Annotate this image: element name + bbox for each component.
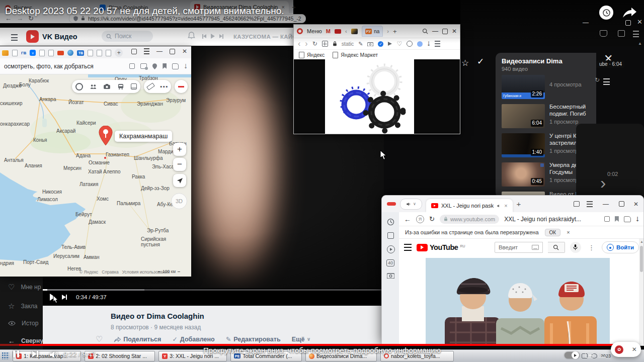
vk-next-button[interactable] — [62, 295, 67, 300]
opera-close-icon[interactable]: ✕ — [452, 28, 457, 34]
opera-menu-label[interactable]: Меню — [307, 28, 322, 34]
speed-dial-icon[interactable] — [322, 41, 328, 47]
tv-favicon[interactable]: ТВ — [77, 50, 84, 56]
opera-logo-icon[interactable] — [297, 28, 303, 34]
player-next-button[interactable] — [32, 351, 38, 357]
yabro-maximize-icon[interactable] — [619, 201, 624, 207]
edit-page-icon[interactable]: ✎ — [358, 41, 363, 47]
vk-search-input[interactable]: Поиск — [102, 31, 153, 42]
next-chevron-icon[interactable]: › — [600, 173, 606, 193]
maximize-icon[interactable] — [170, 49, 175, 54]
screenshot-icon[interactable] — [387, 273, 394, 279]
play-track-icon[interactable] — [211, 34, 215, 39]
extension-badge-icon[interactable]: ✿ — [615, 345, 623, 354]
extension-popup-card[interactable]: ✿ ✕ — [611, 342, 641, 357]
minimize-icon[interactable]: — — [156, 48, 163, 54]
theater-mode-icon[interactable] — [598, 352, 606, 357]
picture-favicon[interactable] — [2, 50, 9, 56]
maps-address-title[interactable]: осмотреть, фото, как добраться — [4, 63, 129, 70]
opera-search-icon[interactable] — [422, 28, 428, 34]
playlist-item[interactable]: Губанская и 2:26 4 просмотра — [502, 74, 592, 100]
like-icon[interactable]: ♡ — [96, 334, 103, 344]
shield-check-icon[interactable]: ✓ — [378, 41, 383, 47]
reload-mini-icon[interactable]: ↻ — [595, 76, 600, 83]
bookmark-flag-icon[interactable] — [615, 216, 619, 222]
bell-icon[interactable] — [188, 32, 195, 40]
bookmark-yandex[interactable]: Яндекс — [299, 52, 325, 58]
yabro-minimize-icon[interactable]: — — [603, 201, 609, 207]
tab-scroll-right-icon[interactable]: › — [387, 28, 389, 34]
yt-search-input[interactable]: Введит — [495, 242, 543, 253]
opera-forward-icon[interactable]: › — [305, 39, 307, 48]
player-pause-button[interactable] — [13, 350, 19, 357]
yabro-close-icon[interactable]: ✕ — [633, 201, 638, 207]
sidebar-item-bookmarks[interactable]: ☆Закла — [8, 302, 37, 311]
pocket-icon[interactable] — [600, 30, 607, 37]
opera-minimize-icon[interactable]: — — [432, 28, 438, 34]
yabro-active-tab[interactable]: XXL - Jeigu nori pask × — [426, 199, 513, 212]
opera-new-tab-icon[interactable]: + — [393, 28, 397, 35]
gmail-icon[interactable]: M — [326, 28, 331, 34]
doc-favicon[interactable] — [106, 50, 111, 56]
opera-download-icon[interactable]: ⭣ — [427, 40, 430, 47]
map-canvas[interactable]: КарабюкДюзджеБолуОрдуТрабзонАнкараЙозгат… — [0, 74, 191, 277]
doc-favicon[interactable] — [12, 50, 18, 56]
opera-url-text[interactable]: static — [342, 41, 354, 47]
sidebar-setup-icon[interactable] — [407, 41, 413, 47]
favorite-star-icon[interactable]: ☆ — [461, 58, 469, 68]
selected-check-icon[interactable]: ✓ — [477, 56, 484, 67]
vk-menu-icon[interactable] — [11, 34, 18, 41]
notification-ok-button[interactable]: ОК — [545, 229, 561, 236]
autoplay-toggle[interactable] — [565, 352, 580, 358]
doc-favicon[interactable] — [48, 50, 54, 56]
yt-scrollbar[interactable]: ▲ — [639, 239, 644, 346]
tab-close-icon[interactable]: × — [504, 203, 507, 209]
yt-guide-icon[interactable] — [404, 244, 412, 251]
keyboard-icon[interactable] — [532, 245, 539, 250]
yt-video-thumbnail[interactable] — [426, 258, 610, 346]
new-tab-button[interactable]: + — [292, 3, 296, 11]
feedback-icon[interactable] — [574, 201, 580, 207]
start-button-icon[interactable] — [2, 352, 9, 359]
send-icon[interactable] — [388, 42, 392, 46]
globe-favicon[interactable] — [67, 50, 73, 56]
vk-progress-track[interactable] — [43, 289, 384, 291]
fav-heart-icon[interactable]: ♡ — [396, 40, 402, 47]
prev-track-icon[interactable] — [202, 34, 206, 39]
collections-icon[interactable] — [172, 63, 179, 69]
doc-favicon[interactable] — [97, 50, 102, 56]
close-icon[interactable]: ✕ — [182, 48, 187, 54]
map-logo-pill[interactable] — [175, 80, 188, 93]
downloads-badge[interactable]: 40 — [386, 259, 394, 266]
tab-sound-icon[interactable] — [497, 204, 501, 208]
vk-now-playing[interactable]: КАЗУСКОМА — КАЙФ — [233, 34, 298, 40]
share-button[interactable]: Поделиться — [114, 336, 161, 343]
comment-badge-icon[interactable] — [140, 63, 147, 69]
panorama-icon[interactable] — [75, 83, 83, 90]
red-favicon[interactable] — [57, 51, 64, 55]
yabro-new-tab-icon[interactable]: + — [517, 200, 521, 208]
notification-close-icon[interactable]: × — [567, 229, 570, 235]
yabro-back-icon[interactable]: ← — [404, 215, 411, 223]
tabs-panel-icon[interactable] — [387, 232, 394, 239]
opera-settings-icon[interactable] — [435, 41, 440, 47]
vk-favicon[interactable]: v — [30, 50, 36, 56]
share-arrow-icon[interactable] — [621, 6, 637, 19]
opera-reload-icon[interactable]: ↻ — [312, 40, 317, 47]
doc-favicon[interactable] — [88, 50, 93, 56]
edit-button[interactable]: ✎Редактировать — [226, 335, 281, 343]
playlist-toggle-icon[interactable] — [603, 78, 610, 85]
player-video-title[interactable]: Desktop 2023 05 22 20 57 не для детей, с… — [5, 6, 284, 17]
camera-icon[interactable] — [104, 84, 110, 89]
player-volume-icon[interactable] — [49, 351, 58, 358]
yabro-reload-icon[interactable]: ↻ — [429, 215, 435, 223]
sidebar-item-history[interactable]: Истор — [8, 320, 38, 327]
snapshot-icon[interactable] — [367, 42, 373, 46]
vk-logo[interactable]: VK Видео — [26, 30, 77, 43]
pin-icon[interactable] — [152, 63, 157, 69]
maps-new-tab-button[interactable]: + — [115, 49, 123, 57]
ruler-icon[interactable] — [146, 82, 155, 90]
yabro-menu-icon[interactable] — [587, 201, 593, 207]
copy-icon[interactable] — [129, 63, 135, 69]
transport-icon[interactable] — [118, 84, 124, 89]
